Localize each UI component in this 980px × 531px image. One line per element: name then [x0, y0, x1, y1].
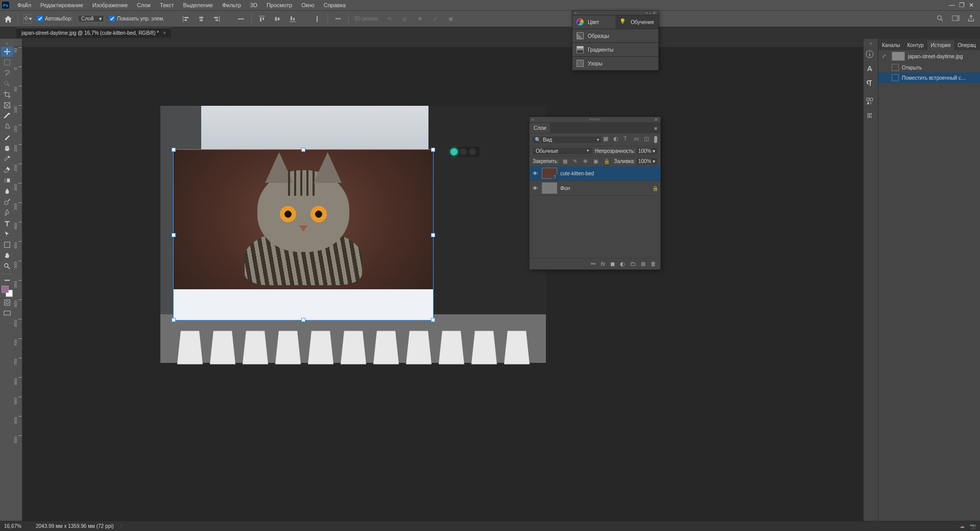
filter-toggle[interactable]	[654, 136, 657, 143]
hand-tool[interactable]	[1, 250, 13, 261]
layer-fx-icon[interactable]: fx	[601, 261, 605, 267]
search-icon[interactable]	[935, 14, 945, 24]
notifications-icon[interactable]: 📷	[970, 523, 976, 529]
clone-stamp-tool[interactable]	[1, 143, 13, 153]
shape-tool[interactable]	[1, 240, 13, 250]
channels-tab[interactable]: Каналы	[878, 40, 904, 50]
transform-handle-br[interactable]	[431, 318, 435, 322]
layer-name[interactable]: cute-kitten-bed	[560, 171, 594, 176]
canvas-viewport[interactable]	[22, 47, 864, 521]
adjustment-layer-icon[interactable]: ◐	[620, 261, 625, 267]
menu-layers[interactable]: Слои	[133, 1, 155, 9]
dock-expand-icon[interactable]: »	[869, 41, 872, 46]
patterns-panel-tab[interactable]: Узоры	[572, 57, 658, 70]
delete-layer-icon[interactable]: 🗑	[651, 261, 656, 267]
history-state-open[interactable]: Открыть	[878, 62, 980, 73]
lasso-tool[interactable]	[1, 68, 13, 78]
type-tool[interactable]	[1, 218, 13, 228]
menu-window[interactable]: Окно	[297, 1, 319, 9]
smart-object-bounding-box[interactable]	[173, 149, 434, 320]
zoom-tool[interactable]	[1, 261, 13, 271]
ruler-origin[interactable]	[14, 39, 22, 47]
paragraph-panel-icon[interactable]	[866, 79, 876, 89]
layers-close-icon[interactable]: ✕	[654, 117, 658, 122]
distribute-v-icon[interactable]	[312, 14, 322, 24]
filter-adjustment-icon[interactable]: ◐	[613, 135, 622, 144]
lock-pixels-icon[interactable]: ✎	[573, 158, 579, 165]
lock-all-icon[interactable]: 🔒	[604, 158, 610, 165]
history-brush-source-icon[interactable]	[881, 53, 889, 59]
share-icon[interactable]	[966, 14, 976, 24]
link-layers-icon[interactable]: ⚯	[591, 261, 595, 267]
learn-panel-tab[interactable]: 💡Обучение	[615, 15, 658, 29]
dodge-tool[interactable]	[1, 197, 13, 207]
document-tab[interactable]: japan-street-daytime.jpg @ 16,7% (cute-k…	[16, 28, 171, 38]
path-select-tool[interactable]	[1, 229, 13, 239]
menu-file[interactable]: Файл	[13, 1, 35, 9]
menu-filter[interactable]: Фильтр	[218, 1, 245, 9]
filter-pixel-icon[interactable]: ▦	[603, 135, 611, 144]
layer-thumbnail[interactable]: ◫	[542, 168, 557, 179]
layer-item-background[interactable]: 👁 Фон 🔒	[530, 181, 660, 196]
history-state-place[interactable]: Поместить встроенный смарт...	[878, 73, 980, 83]
active-tool-indicator[interactable]: ▾	[23, 14, 32, 24]
marquee-tool[interactable]	[1, 57, 13, 67]
history-snapshot[interactable]: japan-street-daytime.jpg	[878, 50, 980, 62]
new-layer-icon[interactable]: ⊞	[641, 261, 646, 267]
status-info-menu-icon[interactable]: 〉	[120, 523, 125, 530]
transform-handle-tr[interactable]	[431, 148, 435, 152]
history-brush-tool[interactable]	[1, 154, 13, 164]
popup-close-icon[interactable]: » ‒ ✕	[646, 11, 656, 15]
menu-help[interactable]: Справка	[320, 1, 350, 9]
opacity-value[interactable]: 100% ▾	[636, 148, 657, 154]
transform-handle-ml[interactable]	[172, 233, 176, 237]
color-swatches[interactable]	[2, 286, 13, 297]
close-button[interactable]: ✕	[969, 2, 974, 9]
workspace-icon[interactable]	[950, 14, 961, 24]
layers-collapse-icon[interactable]: «	[532, 117, 534, 122]
minimize-button[interactable]: —	[949, 2, 955, 9]
sync-icon[interactable]: ☁	[960, 523, 965, 529]
healing-tool[interactable]	[1, 122, 13, 132]
glyphs-panel-icon[interactable]	[866, 97, 876, 107]
lock-position-icon[interactable]: ✥	[583, 158, 589, 165]
swatches-panel-tab[interactable]: Образцы	[572, 29, 658, 42]
move-tool[interactable]	[1, 47, 13, 57]
transform-handle-mr[interactable]	[431, 233, 435, 237]
gradient-tool[interactable]	[1, 175, 13, 186]
quick-mask-tool[interactable]	[1, 297, 13, 308]
transform-handle-bm[interactable]	[301, 318, 305, 322]
align-bottom-icon[interactable]	[288, 14, 298, 24]
document-info[interactable]: 2043.99 мм x 1359.96 мм (72 ppi)	[36, 523, 114, 529]
color-panel-tab[interactable]: Цвет	[572, 15, 615, 29]
quick-select-tool[interactable]	[1, 79, 13, 89]
paths-tab[interactable]: Контур	[904, 40, 927, 50]
gradients-panel-tab[interactable]: Градиенты	[572, 43, 658, 56]
history-tab[interactable]: История	[927, 40, 954, 50]
filter-smart-icon[interactable]: ◫	[644, 135, 652, 144]
crop-tool[interactable]	[1, 89, 13, 100]
align-right-icon[interactable]	[211, 14, 222, 24]
character-panel-icon[interactable]	[866, 64, 876, 75]
layers-menu-icon[interactable]: ≡	[651, 124, 660, 133]
lock-transparency-icon[interactable]: ▦	[563, 158, 569, 165]
vertical-ruler[interactable]: 5005010015020025030035040045050055060065…	[14, 47, 22, 521]
more-options-icon[interactable]: •••	[333, 14, 343, 24]
screen-mode-tool[interactable]	[1, 308, 13, 318]
brush-tool[interactable]	[1, 132, 13, 143]
menu-image[interactable]: Изображение	[88, 1, 132, 9]
filter-shape-icon[interactable]: ▭	[634, 135, 642, 144]
toolbar-expand-icon[interactable]: »	[6, 41, 8, 46]
maximize-button[interactable]: ❐	[959, 2, 965, 9]
filter-type-icon[interactable]: T	[624, 135, 632, 144]
artboard[interactable]	[160, 106, 546, 363]
zoom-level[interactable]: 16,67%	[4, 523, 30, 529]
distribute-icon[interactable]	[236, 14, 246, 24]
layers-panel[interactable]: « ✕ Слои ≡ 🔍 Вид ▾ ▦ ◐ T ▭ ◫ Обычные▾ Не…	[529, 117, 661, 270]
frame-tool[interactable]	[1, 100, 13, 110]
styles-panel-icon[interactable]	[866, 111, 876, 122]
visibility-toggle-icon[interactable]: 👁	[532, 186, 539, 191]
eyedropper-tool[interactable]	[1, 111, 13, 121]
menu-view[interactable]: Просмотр	[262, 1, 296, 9]
align-center-h-icon[interactable]	[196, 14, 206, 24]
